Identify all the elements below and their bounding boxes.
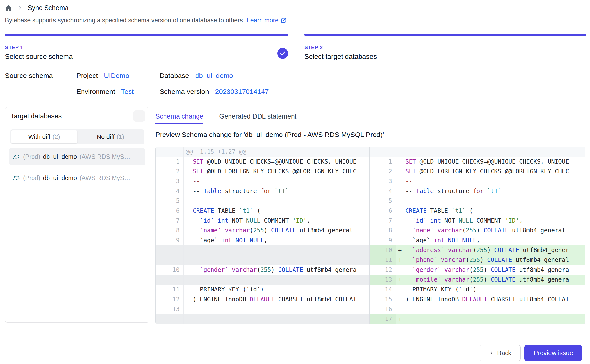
diff-line-number [156,147,184,157]
diff-line-number: 11 [370,255,396,265]
project-link[interactable]: UIDemo [104,72,129,79]
diff-line-number: 12 [370,265,396,275]
preview-issue-button[interactable]: Preview issue [524,345,582,361]
diff-line-number: 16 [370,304,396,314]
diff-line-number [156,245,184,255]
diff-filter-tabs: With diff(2) No diff(1) [10,129,144,144]
diff-line-number: 1 [370,157,396,167]
add-target-database-button[interactable] [133,110,145,122]
home-icon[interactable] [5,4,12,12]
diff-code-line: -- Table structure for `t1` [396,186,585,196]
diff-row: 10+ `address` varchar(255) COLLATE utf8m… [156,245,585,255]
breadcrumb: Sync Schema [5,2,69,14]
diff-row: 13 16 [156,304,585,314]
diff-code-line: + `address` varchar(255) COLLATE utf8mb4… [396,245,585,255]
diff-code-line: -- [396,176,585,186]
diff-row: 6 CREATE TABLE `t1` (6 CREATE TABLE `t1`… [156,206,585,216]
diff-code-line: `id` int NOT NULL COMMENT 'ID', [184,216,370,226]
preview-tabs: Schema change Generated DDL statement [155,113,296,124]
mysql-dolphin-icon [13,174,20,182]
diff-row: 17+ -- [156,314,585,324]
diff-line-number: 5 [370,196,396,206]
diff-line-number: 8 [156,226,184,235]
schema-diff-viewer[interactable]: @@ -1,15 +1,27 @@1 SET @OLD_UNIQUE_CHECK… [155,147,585,324]
diff-line-number: 3 [156,176,184,186]
diff-line-number: 6 [156,206,184,216]
diff-line-number: 4 [370,186,396,196]
target-panel-title: Target databases [11,112,62,120]
diff-code-line: SET @OLD_UNIQUE_CHECKS=@@UNIQUE_CHECKS, … [396,157,585,167]
step2-label: STEP 2 [304,45,377,50]
diff-row: 10 `gender` varchar(255) COLLATE utf8mb4… [156,265,585,275]
diff-code-line: CREATE TABLE `t1` ( [184,206,370,216]
diff-code-line: `name` varchar(255) COLLATE utf8mb4_gene… [396,226,585,235]
environment-link[interactable]: Test [121,88,134,95]
diff-code-line: `id` int NOT NULL COMMENT 'ID', [396,216,585,226]
diff-line-number: 9 [370,235,396,245]
diff-code-line: `gender` varchar(255) COLLATE utf8mb4_ge… [396,265,585,275]
intro-text: Bytebase supports synchronizing a specif… [5,17,287,24]
source-project-field: Project - UIDemo [76,72,129,80]
diff-row: 5 --5 -- [156,196,585,206]
diff-code-line [184,314,370,324]
tab-schema-change[interactable]: Schema change [155,113,203,124]
diff-line-number: 12 [156,294,184,304]
diff-line-number: 13 [156,304,184,314]
tab-generated-ddl[interactable]: Generated DDL statement [219,113,296,124]
diff-line-number: 14 [370,285,396,294]
target-databases-panel: Target databases With diff(2) No diff(1)… [5,107,149,323]
diff-row: 12 ) ENGINE=InnoDB DEFAULT CHARSET=utf8m… [156,294,585,304]
diff-code-line [396,304,585,314]
diff-code-line: @@ -1,15 +1,27 @@ [184,147,370,157]
diff-row: 3 --3 -- [156,176,585,186]
step1-label: STEP 1 [5,45,73,50]
back-button[interactable]: Back [480,345,521,361]
diff-code-line: PRIMARY KEY (`id`) [396,285,585,294]
diff-line-number: 3 [370,176,396,186]
diff-row: @@ -1,15 +1,27 @@ [156,147,585,157]
learn-more-link[interactable]: Learn more [247,17,287,24]
diff-line-number: 2 [370,167,396,176]
diff-line-number: 8 [370,226,396,235]
diff-code-line: -- [184,176,370,186]
diff-code-line: SET @OLD_FOREIGN_KEY_CHECKS=@@FOREIGN_KE… [396,167,585,176]
tab-with-diff[interactable]: With diff(2) [11,130,78,143]
step1-progress-bar [5,34,288,36]
diff-row: 11+ `phone` varchar(255) COLLATE utf8mb4… [156,255,585,265]
diff-line-number: 7 [156,216,184,226]
source-database-field: Database - db_ui_demo [160,72,233,80]
diff-code-line: `name` varchar(255) COLLATE utf8mb4_gene… [184,226,370,235]
diff-line-number: 4 [156,186,184,196]
source-schema-label: Source schema [5,72,53,80]
diff-code-line: SET @OLD_UNIQUE_CHECKS=@@UNIQUE_CHECKS, … [184,157,370,167]
diff-code-line: ) ENGINE=InnoDB DEFAULT CHARSET=utf8mb4 … [184,294,370,304]
diff-line-number [370,147,396,157]
diff-line-number: 17 [370,314,396,324]
diff-code-line [184,275,370,285]
diff-code-line: `age` int NOT NULL, [184,235,370,245]
diff-line-number [156,255,184,265]
diff-line-number: 7 [370,216,396,226]
diff-code-line: -- [184,196,370,206]
target-panel-header: Target databases [5,107,149,125]
diff-code-line: ) ENGINE=InnoDB DEFAULT CHARSET=utf8mb4 … [396,294,585,304]
source-environment-field: Environment - Test [76,88,134,96]
diff-row: 9 `age` int NOT NULL,9 `age` int NOT NUL… [156,235,585,245]
sync-schema-page: Sync Schema Bytebase supports synchroniz… [0,0,590,364]
diff-line-number: 5 [156,196,184,206]
target-database-item[interactable]: (Prod) db_ui_demo (AWS RDS MyS… [9,169,145,186]
target-database-item[interactable]: (Prod) db_ui_demo (AWS RDS MyS… [9,148,145,165]
step1-done-badge [277,48,288,59]
step2-block: STEP 2 Select target databases [304,45,377,61]
tab-no-diff[interactable]: No diff(1) [78,130,144,143]
diff-code-line [184,255,370,265]
diff-code-line: -- [396,196,585,206]
diff-code-line: SET @OLD_FOREIGN_KEY_CHECKS=@@FOREIGN_KE… [184,167,370,176]
step1-title: Select source schema [5,53,73,61]
diff-line-number: 1 [156,157,184,167]
database-link[interactable]: db_ui_demo [195,72,233,79]
diff-row: 4 -- Table structure for `t1`4 -- Table … [156,186,585,196]
external-link-icon [280,17,287,24]
diff-line-number: 2 [156,167,184,176]
schema-version-link[interactable]: 20230317014147 [215,88,269,95]
